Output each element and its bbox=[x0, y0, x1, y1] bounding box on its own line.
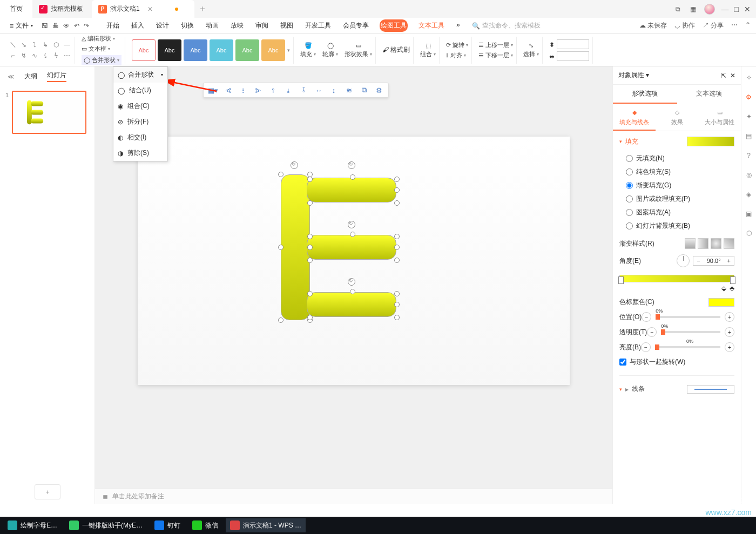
outline-tab[interactable]: 大纲 bbox=[24, 72, 37, 81]
position-slider[interactable]: 0% bbox=[656, 316, 720, 318]
transparency-slider[interactable]: 0% bbox=[661, 331, 720, 333]
save-icon[interactable]: 🖫 bbox=[42, 22, 48, 30]
more-tabs[interactable]: » bbox=[455, 19, 461, 32]
tab-templates[interactable]: 找稻壳模板 bbox=[32, 0, 92, 18]
rail-layers[interactable]: ▤ bbox=[744, 131, 754, 141]
new-slide-button[interactable]: ＋ bbox=[35, 484, 60, 499]
dd-fragment[interactable]: ⊘ 拆分(F) bbox=[113, 114, 167, 130]
gradient-slider[interactable]: ⬙⬘ bbox=[619, 273, 734, 292]
fill-section[interactable]: 填充 bbox=[619, 137, 638, 146]
close-panel-icon[interactable]: ✕ bbox=[730, 72, 735, 79]
rail-more1[interactable]: ◎ bbox=[744, 170, 754, 180]
preview-icon[interactable]: 👁 bbox=[63, 22, 70, 30]
maximize-button[interactable]: □ bbox=[734, 5, 739, 13]
ft-copy[interactable]: ⧉ bbox=[359, 85, 369, 95]
unsaved-button[interactable]: ☁ 未保存 bbox=[639, 21, 667, 30]
dd-union[interactable]: ◯ 结合(U) bbox=[113, 83, 167, 98]
shape-fx-button[interactable]: ▭形状效果 bbox=[345, 42, 372, 58]
tab-dev[interactable]: 开发工具 bbox=[304, 19, 332, 32]
taskbar-item[interactable]: 演示文稿1 - WPS … bbox=[226, 518, 306, 532]
radio-none[interactable]: 无填充(N) bbox=[626, 154, 734, 163]
slide-canvas[interactable] bbox=[138, 137, 570, 385]
rail-more2[interactable]: ◈ bbox=[744, 190, 754, 199]
angle-dial[interactable] bbox=[677, 254, 690, 267]
user-avatar[interactable] bbox=[704, 4, 715, 15]
brightness-slider[interactable]: 0% bbox=[655, 346, 720, 348]
taskbar-item[interactable]: 微信 bbox=[188, 518, 222, 532]
tab-insert[interactable]: 插入 bbox=[130, 19, 145, 32]
height-input[interactable]: ⬍ bbox=[549, 39, 589, 49]
ft-align-right[interactable]: ⫸ bbox=[253, 85, 263, 95]
rail-play[interactable]: ▣ bbox=[744, 209, 754, 219]
format-painter[interactable]: 🖌 格式刷 bbox=[382, 45, 410, 55]
ft-dist-v[interactable]: ↕ bbox=[329, 85, 339, 95]
taskbar-item[interactable]: 一键排版助手(MyE… bbox=[65, 518, 147, 532]
tab-text-options[interactable]: 文本选项 bbox=[677, 85, 741, 104]
slide-thumbnail[interactable] bbox=[12, 91, 86, 134]
sub-fill-line[interactable]: ◆填充与线条 bbox=[613, 104, 656, 131]
minimize-button[interactable]: — bbox=[721, 5, 729, 13]
close-icon[interactable]: ✕ bbox=[147, 5, 153, 13]
dd-subtract[interactable]: ◑ 剪除(S) bbox=[113, 145, 167, 161]
ft-equal[interactable]: ≋ bbox=[344, 85, 354, 95]
notes-bar[interactable]: ≣ 单击此处添加备注 bbox=[95, 489, 612, 504]
shape-styles[interactable]: Abc Abc Abc Abc Abc Abc ▾ bbox=[129, 37, 294, 64]
print-icon[interactable]: 🖶 bbox=[52, 22, 59, 30]
search-box[interactable]: 🔍 查找命令、搜索模板 bbox=[472, 21, 541, 30]
radio-slidebg[interactable]: 幻灯片背景填充(B) bbox=[626, 221, 734, 231]
menu-more[interactable]: ⋯ bbox=[731, 21, 738, 30]
ft-dist-h[interactable]: ↔ bbox=[314, 85, 323, 95]
undo-icon[interactable]: ↶ bbox=[74, 22, 79, 30]
collapse-ribbon[interactable]: ⌃ bbox=[745, 21, 751, 30]
combine-button[interactable]: ⬚组合 bbox=[420, 42, 436, 58]
fill-button[interactable]: 🪣填充 bbox=[300, 42, 316, 58]
pin-icon[interactable]: ⇱ bbox=[721, 72, 726, 79]
rotate-button[interactable]: ⟳ 旋转 bbox=[446, 41, 468, 49]
slides-tab[interactable]: 幻灯片 bbox=[47, 71, 66, 82]
shape-letter-e[interactable] bbox=[281, 174, 400, 320]
stop-color-chip[interactable] bbox=[708, 298, 734, 307]
sub-effects[interactable]: ◇效果 bbox=[656, 104, 698, 131]
edit-shape-button[interactable]: ◬ 编辑形状 bbox=[82, 35, 122, 43]
rail-help[interactable]: ? bbox=[744, 151, 754, 160]
select-button[interactable]: ⤡选择 bbox=[523, 42, 539, 58]
tab-design[interactable]: 设计 bbox=[155, 19, 170, 32]
radio-picture[interactable]: 图片或纹理填充(P) bbox=[626, 194, 734, 204]
close-button[interactable]: ✕ bbox=[744, 5, 751, 13]
layout-icon[interactable]: ⧉ bbox=[674, 5, 683, 13]
move-up-button[interactable]: ☰ 上移一层 bbox=[478, 41, 513, 49]
ft-align-bottom[interactable]: ⫱ bbox=[299, 85, 308, 95]
ft-align-mid[interactable]: ⫰ bbox=[284, 85, 293, 95]
radio-solid[interactable]: 纯色填充(S) bbox=[626, 167, 734, 177]
move-down-button[interactable]: ☰ 下移一层 bbox=[478, 51, 513, 59]
collapse-panel[interactable]: ≪ bbox=[8, 73, 15, 80]
ft-align-center[interactable]: ⫶ bbox=[238, 85, 248, 95]
ft-align-top[interactable]: ⫯ bbox=[268, 85, 278, 95]
dd-combine[interactable]: ◉ 组合(C) bbox=[113, 98, 167, 114]
file-menu[interactable]: ≡ 文件 ▾ bbox=[5, 21, 37, 30]
ft-more[interactable]: ⚙ bbox=[374, 85, 384, 95]
line-preview[interactable] bbox=[687, 385, 734, 394]
sub-size[interactable]: ▭大小与属性 bbox=[698, 104, 741, 131]
shape-gallery[interactable]: ＼↘⤵↳⬡— ⌐↯∿⤹ϟ⋯ bbox=[9, 40, 71, 60]
rail-tune[interactable]: ⚙ bbox=[744, 92, 754, 102]
coop-button[interactable]: ◡ 协作 bbox=[674, 21, 694, 30]
ft-group[interactable]: ▦▾ bbox=[208, 85, 218, 95]
new-tab-button[interactable]: ＋ bbox=[194, 0, 211, 18]
width-input[interactable]: ⬌ bbox=[549, 51, 589, 61]
line-section[interactable]: ▸ 线条 bbox=[619, 384, 645, 394]
tab-shape-options[interactable]: 形状选项 bbox=[613, 85, 677, 104]
outline-button[interactable]: ◯轮廓 bbox=[322, 42, 338, 58]
notes-placeholder[interactable]: 单击此处添加备注 bbox=[112, 492, 164, 501]
rail-star[interactable]: ✦ bbox=[744, 112, 754, 121]
share-button[interactable]: ↗ 分享 bbox=[703, 21, 724, 30]
slide-thumbnail-row[interactable]: 1 bbox=[0, 86, 94, 138]
fill-preview[interactable] bbox=[687, 137, 734, 146]
tab-document[interactable]: P演示文稿1✕ bbox=[92, 0, 194, 18]
taskbar-item[interactable]: 绘制字母E… bbox=[3, 518, 62, 532]
merge-shape-button[interactable]: ◯ 合并形状 bbox=[82, 55, 122, 65]
apps-icon[interactable]: ▦ bbox=[689, 5, 698, 13]
tab-transition[interactable]: 切换 bbox=[180, 19, 195, 32]
angle-spinner[interactable]: −90.0°+ bbox=[693, 256, 734, 266]
taskbar-item[interactable]: 钉钉 bbox=[150, 518, 185, 532]
